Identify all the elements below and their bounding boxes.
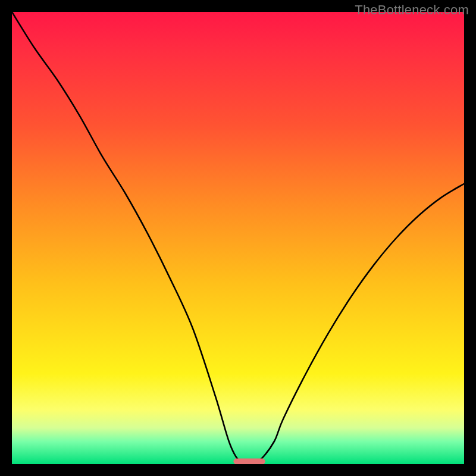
curve-overlay <box>12 12 464 464</box>
min-marker <box>233 458 265 464</box>
watermark-text: TheBottleneck.com <box>355 2 469 18</box>
bottleneck-curve <box>12 12 464 464</box>
chart-frame: TheBottleneck.com <box>0 0 476 476</box>
